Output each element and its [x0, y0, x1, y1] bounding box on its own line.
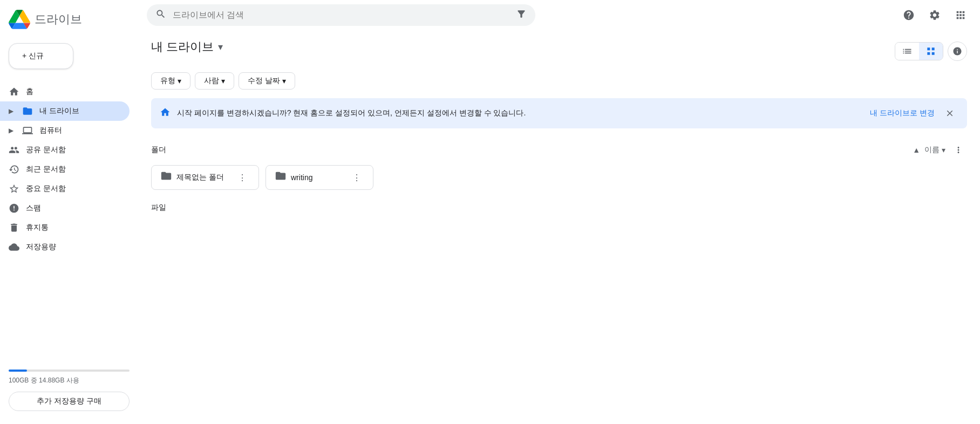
files-section-header: 파일	[151, 203, 967, 213]
sidebar-item-storage-label: 저장용량	[26, 242, 56, 252]
folder-menu-button[interactable]: ⋮	[235, 170, 250, 185]
banner-action-link[interactable]: 내 드라이브로 변경	[870, 108, 935, 118]
expand-icon-computers: ▶	[9, 127, 13, 134]
grid-view-button[interactable]	[919, 43, 943, 60]
folder-item[interactable]: writing ⋮	[266, 165, 373, 190]
spam-icon	[9, 203, 19, 214]
filter-chip-date[interactable]: 수정 날짜 ▾	[239, 72, 295, 90]
search-filter-icon[interactable]	[516, 9, 527, 22]
sidebar-item-storage[interactable]: 저장용량	[0, 237, 130, 257]
sidebar-item-spam[interactable]: 스팸	[0, 199, 130, 218]
app-title: 드라이브	[35, 11, 82, 28]
main-content: 내 드라이브 ▾ 유형 ▾	[138, 0, 980, 424]
change-homepage-banner: 시작 페이지를 변경하시겠습니까? 현재 홈으로 설정되어 있으며, 언제든지 …	[151, 98, 967, 128]
sidebar-item-trash[interactable]: 휴지통	[0, 218, 130, 237]
folders-section-controls: ▲ 이름 ▾	[913, 141, 967, 159]
google-drive-logo-icon	[9, 9, 30, 30]
search-bar[interactable]	[147, 4, 535, 26]
sidebar-item-shared-label: 공유 문서함	[26, 145, 66, 155]
filter-chip-type[interactable]: 유형 ▾	[151, 72, 190, 90]
my-drive-icon	[22, 106, 33, 117]
sidebar-item-starred[interactable]: 중요 문서함	[0, 179, 130, 199]
chevron-down-sort-icon: ▾	[942, 146, 945, 154]
buy-storage-button[interactable]: 추가 저장용량 구매	[9, 392, 130, 411]
header	[138, 0, 980, 30]
banner-message: 시작 페이지를 변경하시겠습니까? 현재 홈으로 설정되어 있으며, 언제든지 …	[177, 108, 863, 118]
drive-title-dropdown[interactable]: ▾	[218, 41, 223, 53]
folder-item[interactable]: 제목없는 폴더 ⋮	[151, 165, 259, 190]
storage-bar-fill	[9, 370, 27, 372]
drive-title: 내 드라이브 ▾	[151, 39, 223, 55]
folder-icon-2	[275, 170, 287, 185]
sidebar: 드라이브 + 신규 홈 ▶ 내 드라이브 ▶ 컴퓨터	[0, 0, 138, 424]
home-icon-banner	[160, 107, 171, 120]
computers-icon	[22, 125, 33, 136]
filter-chip-person[interactable]: 사람 ▾	[195, 72, 234, 90]
sidebar-item-computers[interactable]: ▶ 컴퓨터	[0, 121, 130, 140]
expand-icon: ▶	[9, 107, 13, 115]
storage-used-text: 100GB 중 14.88GB 사용	[9, 376, 130, 385]
drive-title-text: 내 드라이브	[151, 39, 214, 55]
sidebar-item-recent[interactable]: 최근 문서함	[0, 160, 130, 179]
sidebar-item-my-drive[interactable]: ▶ 내 드라이브	[0, 101, 130, 121]
folder-name-2: writing	[291, 173, 345, 182]
sidebar-item-recent-label: 최근 문서함	[26, 165, 66, 174]
folder-icon	[160, 170, 172, 185]
filter-chips: 유형 ▾ 사람 ▾ 수정 날짜 ▾	[151, 72, 967, 90]
apps-button[interactable]	[950, 4, 971, 26]
folders-label: 폴더	[151, 145, 166, 155]
starred-icon	[9, 183, 19, 194]
sidebar-nav: 홈 ▶ 내 드라이브 ▶ 컴퓨터 공유 문서함 최근 문	[0, 82, 138, 257]
search-icon	[155, 9, 166, 22]
sidebar-item-my-drive-label: 내 드라이브	[39, 106, 79, 116]
folder-name: 제목없는 폴더	[176, 173, 230, 182]
filter-chip-type-label: 유형	[160, 76, 175, 86]
chevron-down-icon: ▾	[178, 77, 181, 85]
sort-name-label: 이름	[924, 145, 940, 155]
recent-icon	[9, 164, 19, 175]
header-right	[898, 4, 971, 26]
sort-up-button[interactable]: ▲	[913, 146, 920, 154]
storage-section: 100GB 중 14.88GB 사용 추가 저장용량 구매	[0, 357, 138, 420]
sidebar-item-home[interactable]: 홈	[0, 82, 130, 101]
info-button[interactable]	[948, 42, 967, 61]
chevron-down-icon-3: ▾	[282, 77, 286, 85]
sidebar-item-spam-label: 스팸	[26, 203, 41, 213]
chevron-down-icon-2: ▾	[221, 77, 225, 85]
app-logo[interactable]: 드라이브	[0, 4, 138, 39]
settings-button[interactable]	[924, 4, 945, 26]
storage-icon	[9, 242, 19, 252]
storage-bar-background	[9, 370, 130, 372]
banner-close-button[interactable]	[941, 105, 958, 122]
list-view-button[interactable]	[895, 43, 919, 60]
sidebar-item-home-label: 홈	[26, 87, 33, 97]
home-icon	[9, 86, 19, 97]
folders-section-header: 폴더 ▲ 이름 ▾	[151, 141, 967, 159]
sidebar-item-starred-label: 중요 문서함	[26, 184, 66, 194]
content-area: 내 드라이브 ▾ 유형 ▾	[138, 30, 980, 424]
sidebar-item-computers-label: 컴퓨터	[39, 126, 62, 135]
search-input[interactable]	[173, 10, 509, 20]
filter-chip-date-label: 수정 날짜	[248, 76, 280, 86]
sidebar-item-shared[interactable]: 공유 문서함	[0, 140, 130, 160]
new-button[interactable]: + 신규	[9, 43, 73, 69]
sort-name-button[interactable]: 이름 ▾	[924, 145, 945, 155]
files-label: 파일	[151, 203, 166, 213]
folders-more-button[interactable]	[950, 141, 967, 159]
help-button[interactable]	[898, 4, 920, 26]
sidebar-item-trash-label: 휴지통	[26, 223, 49, 232]
shared-icon	[9, 145, 19, 155]
filter-chip-person-label: 사람	[204, 76, 219, 86]
view-toggle	[895, 42, 943, 60]
folder-grid: 제목없는 폴더 ⋮ writing ⋮	[151, 165, 967, 190]
trash-icon	[9, 222, 19, 233]
folder-menu-button-2[interactable]: ⋮	[349, 170, 364, 185]
